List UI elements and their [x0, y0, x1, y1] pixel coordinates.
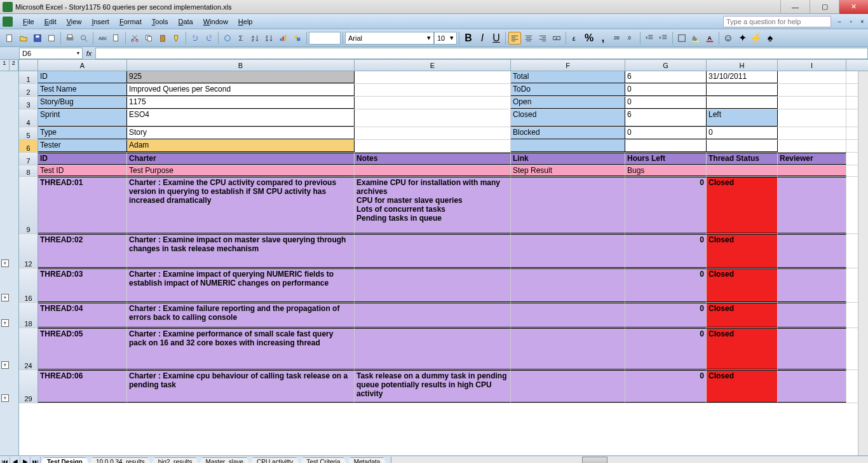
doc-close-button[interactable]: × [858, 17, 867, 26]
cell[interactable]: Hours Left [625, 153, 707, 165]
cell[interactable] [778, 165, 846, 176]
menu-help[interactable]: Help [233, 17, 258, 27]
cell[interactable]: 0 [625, 127, 707, 139]
cell[interactable]: Bugs [625, 165, 707, 176]
tab-nav-first[interactable]: ⏮ [0, 457, 10, 464]
cell[interactable] [355, 127, 511, 139]
align-left-button[interactable] [508, 32, 521, 45]
cell[interactable]: THREAD:01 [38, 177, 127, 233]
cell[interactable]: Tester [38, 140, 127, 152]
row-header-29[interactable]: 29 [19, 370, 38, 403]
cell[interactable]: Total [511, 71, 625, 83]
print-button[interactable] [64, 32, 76, 45]
cell[interactable] [355, 234, 511, 268]
cell[interactable]: Charter : Examine cpu behaviour of calli… [127, 370, 355, 403]
row-header-6[interactable]: 6 [19, 140, 38, 153]
excel-doc-icon[interactable] [3, 17, 13, 27]
cell[interactable]: 31/10/2011 [707, 71, 778, 83]
cell[interactable]: Closed [707, 234, 778, 268]
merge-center-button[interactable]: a [550, 32, 563, 45]
decrease-decimal-button[interactable]: .0 [625, 32, 637, 45]
fx-button[interactable]: fx [83, 50, 95, 57]
align-center-button[interactable] [522, 32, 535, 45]
align-right-button[interactable] [536, 32, 549, 45]
bold-button[interactable]: B [462, 32, 475, 45]
cell[interactable]: Type [38, 127, 127, 139]
comma-button[interactable]: , [597, 32, 609, 45]
sheet-tab[interactable]: Metadata [347, 457, 388, 464]
outline-expand-button[interactable]: + [1, 294, 9, 301]
cell[interactable]: Charter [127, 153, 355, 165]
chart-button[interactable] [277, 32, 290, 45]
cell[interactable] [355, 165, 511, 176]
hyperlink-button[interactable] [221, 32, 234, 45]
tab-nav-last[interactable]: ⏭ [31, 457, 41, 464]
outline-expand-button[interactable]: + [1, 259, 9, 267]
increase-indent-button[interactable] [657, 32, 670, 45]
row-header-2[interactable]: 2 [19, 84, 38, 97]
column-header-G[interactable]: G [625, 60, 707, 71]
cell[interactable]: ID [38, 71, 127, 83]
cell[interactable]: Task release on a dummy task in pending … [355, 370, 511, 403]
row-header-5[interactable]: 5 [19, 127, 38, 140]
cell[interactable] [778, 84, 846, 96]
cell[interactable]: Open [511, 97, 625, 109]
help-search-input[interactable] [723, 16, 831, 27]
underline-button[interactable]: U [490, 32, 503, 45]
paste-button[interactable] [156, 32, 169, 45]
horizontal-scrollbar[interactable] [391, 457, 868, 464]
cell[interactable] [778, 71, 846, 83]
column-header-I[interactable]: I [778, 60, 846, 71]
cell[interactable]: Charter : Examine the CPU activity compa… [127, 177, 355, 233]
menu-format[interactable]: Format [114, 17, 147, 27]
cell[interactable]: Sprint [38, 109, 127, 127]
cell[interactable] [355, 71, 511, 83]
open-button[interactable] [17, 32, 30, 45]
star-icon[interactable]: ✦ [736, 32, 749, 45]
cell[interactable] [707, 97, 778, 109]
cell[interactable] [355, 84, 511, 96]
cell[interactable]: THREAD:02 [38, 234, 127, 268]
increase-decimal-button[interactable]: .00 [611, 32, 623, 45]
sheet-tab[interactable]: big2_results [151, 457, 200, 464]
cell[interactable] [625, 140, 707, 152]
cell[interactable]: Thread Status [707, 153, 778, 165]
cell[interactable]: 0 [625, 268, 707, 302]
column-header-E[interactable]: E [355, 60, 511, 71]
sheet-tab[interactable]: CPU activitty [250, 457, 300, 464]
cell[interactable]: Left [707, 109, 778, 127]
cell[interactable]: THREAD:03 [38, 268, 127, 302]
menu-file[interactable]: File [18, 17, 39, 27]
print-preview-button[interactable] [78, 32, 90, 45]
row-header-24[interactable]: 24 [19, 328, 38, 370]
tab-nav-next[interactable]: ▶ [20, 457, 31, 464]
cell[interactable]: Closed [707, 328, 778, 370]
cell[interactable]: 6 [625, 71, 707, 83]
row-header-9[interactable]: 9 [19, 177, 38, 234]
column-header-H[interactable]: H [707, 60, 778, 71]
cell[interactable] [778, 370, 846, 403]
name-box[interactable]: D6▾ [19, 48, 83, 59]
row-header-1[interactable]: 1 [19, 71, 38, 84]
cell[interactable]: Step Result [511, 165, 625, 176]
cell[interactable]: Closed [707, 303, 778, 328]
row-header-7[interactable]: 7 [19, 153, 38, 165]
cell[interactable]: 0 [625, 177, 707, 233]
cell[interactable] [511, 328, 625, 370]
cell[interactable]: ToDo [511, 84, 625, 96]
cell[interactable] [355, 97, 511, 109]
drawing-button[interactable] [291, 32, 304, 45]
cell[interactable] [511, 177, 625, 233]
column-header-A[interactable]: A [38, 60, 127, 71]
cell[interactable]: Test Purpose [127, 165, 355, 176]
cell[interactable]: 0 [707, 127, 778, 139]
cut-button[interactable] [128, 32, 141, 45]
outline-level-1[interactable]: 1 [0, 60, 10, 71]
decrease-indent-button[interactable] [643, 32, 656, 45]
cell[interactable]: Test Name [38, 84, 127, 96]
row-header-8[interactable]: 8 [19, 165, 38, 177]
cell[interactable] [778, 127, 846, 139]
copy-button[interactable] [142, 32, 155, 45]
menu-window[interactable]: Window [198, 17, 233, 27]
cell[interactable] [355, 140, 511, 152]
